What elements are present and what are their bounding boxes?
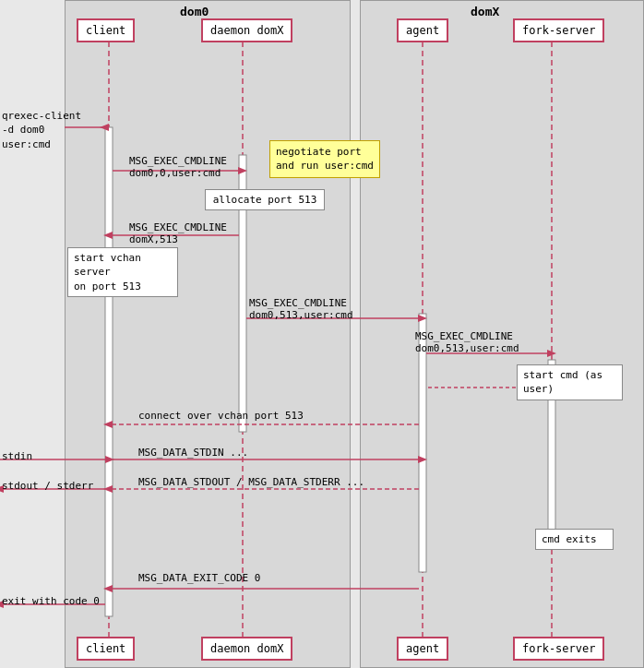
- daemon-bot-box: daemon domX: [201, 637, 292, 661]
- qrexec-label: qrexec-client-d dom0user:cmd: [2, 109, 81, 151]
- domx-label: domX: [471, 5, 499, 18]
- msg7-label: MSG_DATA_STDOUT / MSG_DATA_STDERR ...: [138, 476, 364, 488]
- msg5-label: connect over vchan port 513: [138, 410, 304, 422]
- dom0-label: dom0: [180, 5, 209, 18]
- sequence-diagram: dom0 domX: [0, 0, 644, 668]
- stdin-label: stdin: [2, 450, 32, 462]
- section-dom0: [65, 0, 351, 668]
- daemon-top-box: daemon domX: [201, 18, 292, 42]
- msg1-label: MSG_EXEC_CMDLINEdom0,0,user:cmd: [129, 155, 227, 179]
- fork-server-top-box: fork-server: [513, 18, 604, 42]
- start-vchan-note: start vchan serveron port 513: [67, 247, 178, 297]
- cmd-exits-note: cmd exits: [535, 529, 614, 550]
- client-top-box: client: [77, 18, 135, 42]
- agent-top-box: agent: [397, 18, 448, 42]
- stdout-stderr-label: stdout / stderr: [2, 480, 93, 492]
- msg6-label: MSG_DATA_STDIN ...: [138, 447, 248, 459]
- agent-bot-box: agent: [397, 637, 448, 661]
- msg3-label: MSG_EXEC_CMDLINEdom0,513,user:cmd: [249, 297, 353, 321]
- fork-server-bot-box: fork-server: [513, 637, 604, 661]
- allocate-note: allocate port 513: [205, 189, 325, 210]
- start-cmd-note: start cmd (as user): [517, 364, 623, 400]
- exit-code-label: exit with code 0: [2, 595, 100, 607]
- msg8-label: MSG_DATA_EXIT_CODE 0: [138, 572, 260, 584]
- negotiate-note: negotiate portand run user:cmd: [269, 140, 380, 178]
- msg2-label: MSG_EXEC_CMDLINEdomX,513: [129, 221, 227, 245]
- client-bot-box: client: [77, 637, 135, 661]
- msg4-label: MSG_EXEC_CMDLINEdom0,513,user:cmd: [415, 330, 519, 354]
